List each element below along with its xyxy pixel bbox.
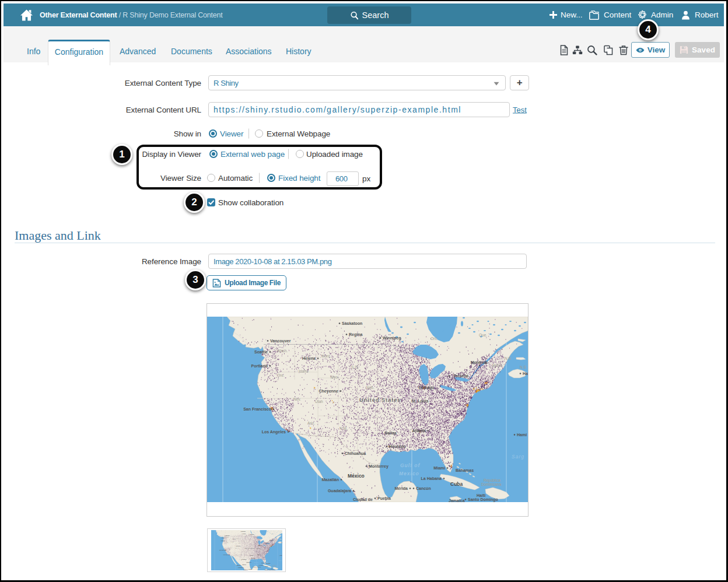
svg-text:Dallas: Dallas	[384, 431, 397, 435]
svg-text:Mexico: Mexico	[399, 471, 419, 476]
svg-text:Ariz.: Ariz.	[307, 421, 315, 425]
svg-text:Cancún: Cancún	[416, 486, 431, 490]
svg-text:Montréal: Montréal	[471, 360, 488, 364]
svg-text:Saskatoon: Saskatoon	[342, 321, 362, 325]
svg-text:Los Angeles: Los Angeles	[262, 430, 286, 434]
svg-text:Toronto: Toronto	[453, 374, 468, 378]
svg-text:Miami: Miami	[433, 466, 445, 470]
svg-text:Helena: Helena	[302, 356, 316, 360]
svg-text:St. Louis: St. Louis	[411, 399, 429, 403]
svg-text:Ont.: Ont.	[430, 336, 438, 341]
svg-text:San Francisco: San Francisco	[243, 407, 271, 411]
svg-text:Ore.: Ore.	[277, 373, 285, 377]
svg-text:Hal: Hal	[523, 371, 528, 376]
svg-text:Guadalajara: Guadalajara	[328, 489, 351, 493]
svg-text:N.S: N.S	[520, 365, 527, 369]
svg-text:México: México	[348, 473, 365, 479]
svg-text:Houston: Houston	[389, 444, 405, 448]
svg-text:La Habana: La Habana	[421, 476, 442, 481]
svg-text:United States: United States	[359, 397, 401, 403]
svg-text:Utah: Utah	[315, 399, 323, 404]
svg-text:Gulf of: Gulf of	[400, 462, 421, 468]
svg-text:Bahamas: Bahamas	[456, 468, 474, 472]
svg-text:Ciudad de: Ciudad de	[353, 497, 373, 502]
svg-text:Neb.: Neb.	[366, 385, 374, 390]
svg-text:Vancouver: Vancouver	[270, 339, 291, 343]
svg-text:Nev.: Nev.	[293, 397, 301, 401]
svg-text:Mont.: Mont.	[321, 354, 331, 358]
svg-text:Seattle: Seattle	[254, 350, 268, 354]
svg-text:Hami: Hami	[517, 433, 527, 437]
svg-text:Puebla: Puebla	[377, 496, 391, 500]
svg-text:N.B: N.B	[505, 356, 511, 360]
svg-text:Wash.: Wash.	[277, 349, 288, 353]
svg-text:Que.: Que.	[479, 333, 487, 338]
svg-text:Monterrey: Monterrey	[369, 464, 388, 469]
svg-text:Chihuahua: Chihuahua	[345, 451, 366, 455]
svg-text:Regina: Regina	[349, 332, 362, 337]
svg-text:Cuba: Cuba	[450, 481, 463, 487]
svg-text:Mazatlán: Mazatlán	[321, 478, 339, 482]
svg-text:Atlanta: Atlanta	[412, 429, 426, 433]
svg-text:Cheyenne: Cheyenne	[319, 389, 339, 394]
svg-text:Sarg: Sarg	[512, 454, 524, 460]
svg-text:Portland: Portland	[251, 364, 268, 368]
svg-text:N.M.: N.M.	[340, 426, 348, 430]
svg-text:Chicago: Chicago	[418, 385, 435, 390]
svg-text:Wyo.: Wyo.	[330, 375, 339, 380]
svg-text:Dominicana: Dominicana	[481, 482, 502, 486]
svg-text:Jamaica: Jamaica	[449, 499, 465, 502]
svg-text:S.D.: S.D.	[351, 365, 359, 369]
svg-text:Haití: Haití	[477, 493, 486, 497]
svg-text:Mérida: Mérida	[394, 486, 408, 490]
svg-text:Maine: Maine	[492, 363, 503, 367]
svg-text:Winnipeg: Winnipeg	[383, 336, 401, 341]
svg-text:Santo Domingo: Santo Domingo	[468, 497, 498, 502]
svg-text:Idaho: Idaho	[299, 369, 309, 373]
